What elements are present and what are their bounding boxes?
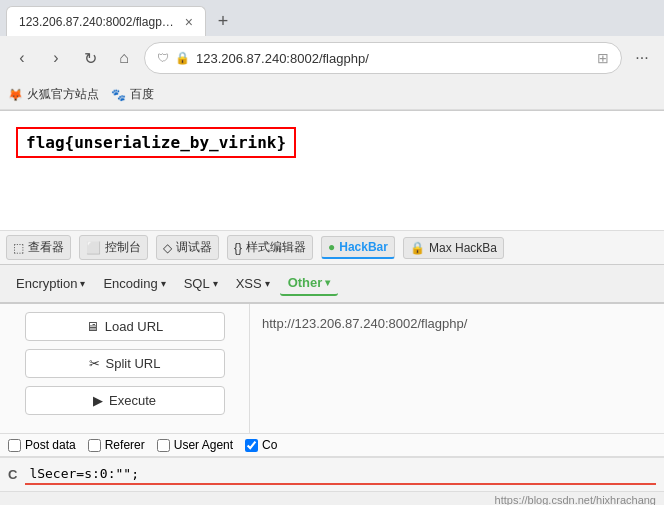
execute-label: Execute [109,393,156,408]
bookmark-baidu-label: 百度 [130,86,154,103]
tab-bar: 123.206.87.240:8002/flagphp/ × + [0,0,664,36]
back-icon: ‹ [19,49,24,67]
sql-arrow-icon: ▾ [213,278,218,289]
toolbar-style[interactable]: {} 样式编辑器 [227,235,313,260]
toolbar-hackbar[interactable]: ● HackBar [321,236,395,259]
sql-label: SQL [184,276,210,291]
encoding-label: Encoding [103,276,157,291]
debugger-label: 调试器 [176,239,212,256]
load-url-icon: 🖥 [86,319,99,334]
load-url-button[interactable]: 🖥 Load URL [25,312,225,341]
cookie-checkbox-item[interactable]: Co [245,438,277,452]
bookmark-baidu[interactable]: 🐾 百度 [111,86,154,103]
tab-title: 123.206.87.240:8002/flagphp/ [19,15,177,29]
cookie-checkbox[interactable] [245,439,258,452]
bookmark-firefox-label: 火狐官方站点 [27,86,99,103]
forward-icon: › [53,49,58,67]
hackbar-right-panel: http://123.206.87.240:8002/flagphp/ [250,304,664,433]
inspector-icon: ⬚ [13,241,24,255]
execute-icon: ▶ [93,393,103,408]
load-url-label: Load URL [105,319,164,334]
referer-checkbox[interactable] [88,439,101,452]
other-label: Other [288,275,323,290]
toolbar-debugger[interactable]: ◇ 调试器 [156,235,219,260]
home-icon: ⌂ [119,49,129,67]
flag-display: flag{unserialize_by_virink} [16,127,296,158]
inspector-label: 查看器 [28,239,64,256]
encryption-arrow-icon: ▾ [80,278,85,289]
style-label: 样式编辑器 [246,239,306,256]
split-url-button[interactable]: ✂ Split URL [25,349,225,378]
hackbar-bottom-input[interactable] [25,464,656,485]
devtools-toolbar: ⬚ 查看器 ⬜ 控制台 ◇ 调试器 {} 样式编辑器 ● HackBar 🔒 M… [0,231,664,265]
maxhackbar-label: Max HackBa [429,241,497,255]
bookmark-firefox[interactable]: 🦊 火狐官方站点 [8,86,99,103]
tab-close-button[interactable]: × [185,14,193,30]
xss-label: XSS [236,276,262,291]
other-arrow-icon: ▾ [325,277,330,288]
refresh-icon: ↻ [84,49,97,68]
hackbar-menu: Encryption ▾ Encoding ▾ SQL ▾ XSS ▾ Othe… [0,265,664,304]
style-icon: {} [234,241,242,255]
encryption-label: Encryption [16,276,77,291]
post-data-checkbox[interactable] [8,439,21,452]
user-agent-checkbox[interactable] [157,439,170,452]
status-text: https://blog.csdn.net/hixhrachang [495,494,656,505]
toolbar-inspector[interactable]: ⬚ 查看器 [6,235,71,260]
hackbar-main: 🖥 Load URL ✂ Split URL ▶ Execute http://… [0,304,664,434]
menu-xss[interactable]: XSS ▾ [228,272,278,295]
menu-encoding[interactable]: Encoding ▾ [95,272,173,295]
hackbar-label: HackBar [339,240,388,254]
execute-button[interactable]: ▶ Execute [25,386,225,415]
qr-button[interactable]: ⊞ [597,50,609,66]
more-options-button[interactable]: ··· [628,44,656,72]
menu-encryption[interactable]: Encryption ▾ [8,272,93,295]
post-data-checkbox-item[interactable]: Post data [8,438,76,452]
maxhackbar-icon: 🔒 [410,241,425,255]
split-url-label: Split URL [106,356,161,371]
referer-checkbox-item[interactable]: Referer [88,438,145,452]
user-agent-label: User Agent [174,438,233,452]
xss-arrow-icon: ▾ [265,278,270,289]
new-tab-button[interactable]: + [210,8,236,34]
hackbar-url-display: http://123.206.87.240:8002/flagphp/ [258,312,656,335]
lock-icon: 🔒 [175,51,190,65]
url-text: 123.206.87.240:8002/flagphp/ [196,51,591,66]
back-button[interactable]: ‹ [8,44,36,72]
user-agent-checkbox-item[interactable]: User Agent [157,438,233,452]
forward-button[interactable]: › [42,44,70,72]
toolbar-console[interactable]: ⬜ 控制台 [79,235,148,260]
encoding-arrow-icon: ▾ [161,278,166,289]
menu-sql[interactable]: SQL ▾ [176,272,226,295]
page-content: flag{unserialize_by_virink} [0,111,664,231]
home-button[interactable]: ⌂ [110,44,138,72]
bookmarks-bar: 🦊 火狐官方站点 🐾 百度 [0,80,664,110]
debugger-icon: ◇ [163,241,172,255]
hackbar-left-panel: 🖥 Load URL ✂ Split URL ▶ Execute [0,304,250,433]
referer-label: Referer [105,438,145,452]
status-bar: https://blog.csdn.net/hixhrachang [0,491,664,505]
post-data-label: Post data [25,438,76,452]
split-url-icon: ✂ [89,356,100,371]
menu-other[interactable]: Other ▾ [280,271,339,296]
url-bar[interactable]: 🛡 🔒 123.206.87.240:8002/flagphp/ ⊞ [144,42,622,74]
hackbar-dot-icon: ● [328,240,335,254]
refresh-button[interactable]: ↻ [76,44,104,72]
address-bar: ‹ › ↻ ⌂ 🛡 🔒 123.206.87.240:8002/flagphp/… [0,36,664,80]
toolbar-maxhackbar[interactable]: 🔒 Max HackBa [403,237,504,259]
hackbar-bottom-bar: C [0,457,664,491]
cookie-label: Co [262,438,277,452]
console-icon: ⬜ [86,241,101,255]
c-label: C [8,467,17,482]
shield-icon: 🛡 [157,51,169,65]
console-label: 控制台 [105,239,141,256]
hackbar-checkboxes: Post data Referer User Agent Co [0,434,664,457]
active-tab[interactable]: 123.206.87.240:8002/flagphp/ × [6,6,206,36]
bookmark-baidu-icon: 🐾 [111,88,126,102]
bookmark-firefox-icon: 🦊 [8,88,23,102]
